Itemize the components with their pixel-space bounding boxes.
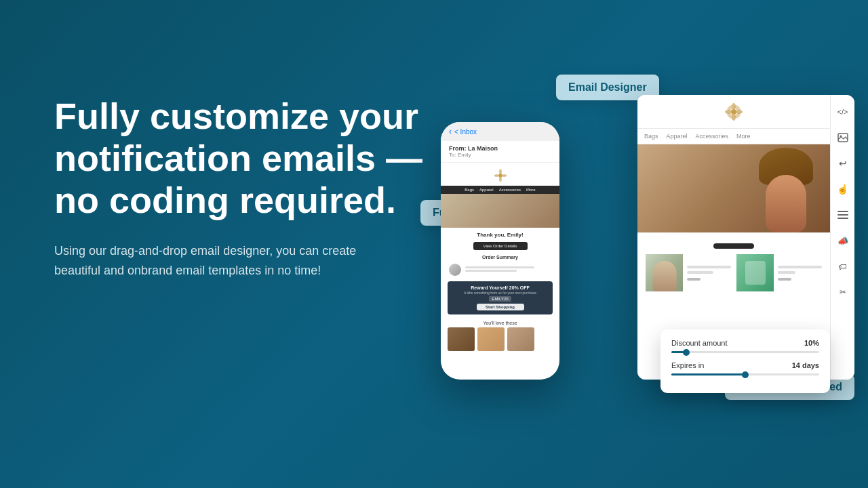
image-icon[interactable]	[837, 131, 849, 144]
nav-item-more[interactable]: More	[736, 133, 751, 140]
phone-order-lines	[465, 266, 551, 273]
svg-point-0	[731, 109, 736, 115]
expires-slider-thumb[interactable]	[742, 371, 749, 378]
right-area: Email Designer Fully Branded No Coding R…	[420, 68, 854, 434]
svg-point-17	[494, 174, 498, 177]
discount-amount-row: Discount amount 10%	[671, 339, 819, 347]
svg-point-16	[499, 178, 502, 182]
phone-nav-apparel[interactable]: Apparel	[479, 188, 494, 192]
from-label: From: La Maison	[449, 145, 551, 152]
expires-in-row: Expires in 14 days	[671, 361, 819, 369]
discount-amount-value: 10%	[804, 339, 819, 347]
nav-item-accessories[interactable]: Accessories	[696, 133, 729, 140]
phone-product-img-2	[477, 327, 505, 351]
nav-item-apparel[interactable]: Apparel	[667, 133, 688, 140]
phone-start-shopping-button[interactable]: Start Shopping	[477, 304, 524, 310]
phone-order-summary-label: Order Summary	[441, 252, 559, 261]
phone-youll-love-text: You'll love these	[441, 317, 559, 327]
phone-nav: Bags Apparel Accessories More	[441, 186, 559, 194]
expires-slider[interactable]	[671, 373, 819, 375]
phone-email-content: Bags Apparel Accessories More Thank you,…	[441, 163, 559, 351]
logo-flower-icon	[724, 102, 744, 122]
discount-panel: Discount amount 10% Expires in 14 days	[660, 329, 830, 393]
svg-point-14	[498, 174, 502, 178]
body-shape	[766, 175, 806, 232]
phone-view-order-button[interactable]: View Order Details	[473, 242, 528, 250]
svg-point-18	[502, 174, 507, 177]
product-card-2	[736, 254, 822, 291]
svg-rect-12	[837, 214, 848, 216]
svg-rect-13	[837, 218, 848, 219]
nav-item-bags[interactable]: Bags	[644, 133, 658, 140]
product-grid	[646, 254, 822, 291]
phone-thank-you-text: Thank you, Emily!	[441, 228, 559, 240]
phone-status-bar: ‹ < Inbox	[441, 122, 559, 141]
svg-rect-11	[837, 211, 848, 212]
code-icon[interactable]: </>	[837, 106, 849, 118]
scissors-icon[interactable]: ✂	[837, 286, 849, 298]
expires-in-value: 14 days	[792, 361, 819, 369]
phone-promo-code: EMILY20	[489, 296, 511, 302]
phone-product-row	[441, 327, 559, 351]
phone-promo-sub: A little something from us for your next…	[453, 291, 547, 295]
person-silhouette	[755, 148, 816, 232]
cursor-icon[interactable]: ☝	[837, 183, 849, 195]
phone-promo-block: Reward Yourself 20% OFF A little somethi…	[448, 281, 553, 314]
expires-in-label: Expires in	[671, 361, 704, 369]
phone-nav-accessories[interactable]: Accessories	[499, 188, 521, 192]
tag-icon[interactable]: 🏷	[837, 260, 849, 272]
sender-info: From: La Maison To: Emily	[441, 141, 559, 163]
undo-icon[interactable]: ↩	[837, 157, 849, 169]
megaphone-icon[interactable]: 📣	[837, 235, 849, 247]
product-image-1	[646, 254, 683, 291]
phone-brand-logo	[441, 163, 559, 186]
discount-amount-label: Discount amount	[671, 339, 728, 347]
dark-bar	[713, 243, 754, 249]
panel-toolbar: </> ↩ ☝ 📣 🏷 ✂	[830, 95, 854, 380]
back-arrow-icon[interactable]: ‹	[449, 127, 452, 136]
inbox-label: < Inbox	[454, 128, 477, 136]
panel-header	[637, 95, 830, 129]
phone-product-img-3	[507, 327, 534, 351]
panel-body	[637, 232, 830, 298]
expires-slider-fill	[671, 373, 745, 375]
discount-amount-slider[interactable]	[671, 351, 819, 353]
panel-hero-image	[637, 144, 830, 232]
subtext: Using our drag-and-drop email designer, …	[54, 241, 380, 281]
phone-hero-image	[441, 194, 559, 228]
phone-product-img-1	[448, 327, 475, 351]
phone-nav-bags[interactable]: Bags	[465, 188, 474, 192]
product-lines-1	[687, 266, 731, 281]
panel-nav: Bags Apparel Accessories More	[637, 129, 830, 144]
brand-logo	[724, 102, 744, 122]
phone-nav-more[interactable]: More	[526, 188, 536, 192]
left-content: Fully customize your notification emails…	[54, 95, 434, 281]
headline: Fully customize your notification emails…	[54, 95, 434, 221]
product-lines-2	[778, 266, 822, 281]
svg-point-15	[499, 169, 502, 174]
phone-order-row	[441, 261, 559, 279]
phone-promo-title: Reward Yourself 20% OFF	[453, 285, 547, 290]
to-label: To: Emily	[449, 152, 551, 158]
product-image-2	[736, 254, 774, 291]
discount-slider-thumb[interactable]	[683, 349, 690, 356]
phone-mockup: ‹ < Inbox From: La Maison To: Emily	[441, 122, 559, 380]
phone-avatar	[449, 264, 461, 276]
phone-logo-flower-icon	[493, 168, 508, 183]
list-icon[interactable]	[837, 209, 849, 221]
product-card-1	[646, 254, 731, 291]
